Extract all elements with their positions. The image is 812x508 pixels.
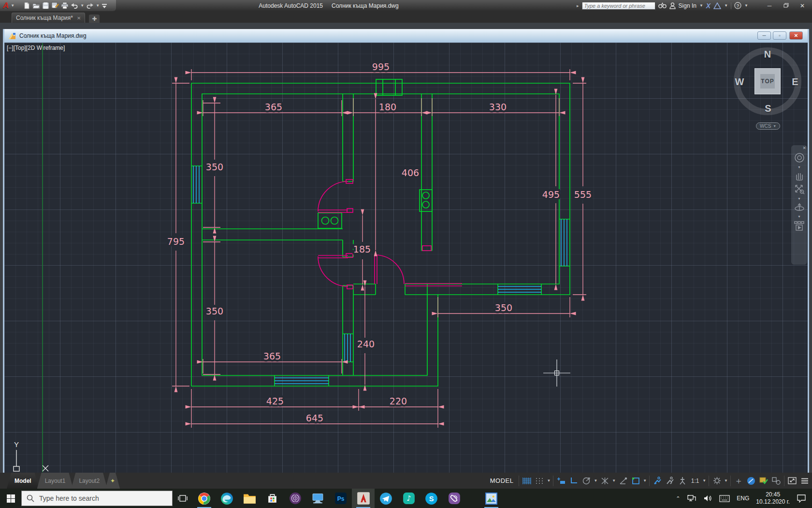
taskbar-edge-icon[interactable] [216, 489, 238, 508]
zoom-extents-icon[interactable] [794, 183, 805, 195]
polar-tracking-icon[interactable] [580, 475, 593, 487]
taskbar-skype-icon[interactable]: S [420, 489, 443, 508]
a360-caret-icon[interactable]: ▼ [724, 3, 728, 8]
search-binoculars-icon[interactable] [658, 2, 667, 9]
undo-caret-icon[interactable]: ▼ [80, 3, 84, 8]
navbar-close-icon[interactable]: ✕ [802, 146, 806, 150]
logo-menu-caret-icon[interactable]: ▼ [11, 3, 14, 8]
save-as-icon[interactable] [51, 2, 59, 9]
app-minimize-button[interactable]: ─ [763, 2, 776, 9]
doc-minimize-button[interactable]: ─ [757, 31, 771, 40]
volume-icon[interactable] [703, 494, 712, 502]
autocad-logo-icon[interactable]: A [3, 1, 9, 10]
viewcube-east[interactable]: E [792, 76, 798, 88]
tab-layout2[interactable]: Layout2 [71, 473, 107, 489]
taskbar-viber-icon[interactable] [443, 489, 465, 508]
viewcube-west[interactable]: W [735, 76, 744, 88]
annotation-monitor-icon[interactable] [770, 475, 783, 487]
language-indicator[interactable]: ENG [737, 495, 749, 502]
app-close-button[interactable]: ✕ [796, 2, 809, 9]
tab-model[interactable]: Model [7, 473, 39, 489]
isodraft-caret-icon[interactable]: ▼ [611, 478, 617, 483]
new-layout-button[interactable]: ✦ [105, 473, 120, 489]
plot-icon[interactable] [61, 2, 69, 9]
taskbar-file-explorer-icon[interactable] [238, 489, 261, 508]
signin-label[interactable]: Sign In [679, 2, 696, 9]
tray-expand-icon[interactable]: ⌃ [676, 495, 680, 502]
taskbar-this-pc-icon[interactable] [306, 489, 329, 508]
autoscale-annotations-icon[interactable] [664, 475, 676, 487]
taskbar-photos-icon[interactable] [480, 489, 503, 508]
touch-keyboard-icon[interactable] [719, 495, 730, 502]
app-restore-button[interactable] [779, 2, 793, 9]
grid-display-icon[interactable] [521, 475, 533, 487]
dynamic-input-icon[interactable] [555, 475, 567, 487]
viewcube-north[interactable]: N [764, 49, 771, 60]
infocenter-arrow-icon[interactable]: ▸ [577, 3, 579, 8]
signin-person-icon[interactable] [669, 2, 676, 9]
redo-icon[interactable] [86, 2, 94, 9]
viewcube-south[interactable]: S [765, 103, 771, 114]
help-caret-icon[interactable]: ▼ [744, 3, 748, 8]
open-file-icon[interactable] [32, 2, 40, 9]
annotation-scale-value[interactable]: 1:1 [689, 475, 701, 487]
file-tab-active[interactable]: Солник къща Мария* ✕ [12, 13, 85, 23]
qat-customize-icon[interactable] [102, 3, 107, 9]
isolate-objects-icon[interactable]: ＋ [732, 475, 745, 487]
tab-layout1[interactable]: Layout1 [37, 473, 73, 489]
annotation-scale-sync-icon[interactable] [676, 475, 689, 487]
taskbar-store-icon[interactable] [261, 489, 284, 508]
action-center-icon[interactable] [797, 494, 806, 503]
new-file-icon[interactable] [23, 2, 30, 9]
taskbar-chrome-icon[interactable] [193, 489, 216, 508]
navigation-wheel-icon[interactable] [794, 152, 805, 164]
snap-mode-icon[interactable] [533, 475, 546, 487]
isometric-drafting-icon[interactable] [598, 475, 611, 487]
osnap-caret-icon[interactable]: ▼ [642, 478, 648, 483]
pan-hand-icon[interactable] [794, 171, 805, 181]
network-icon[interactable] [687, 494, 696, 502]
doc-restore-button[interactable]: ▫ [773, 31, 786, 40]
save-icon[interactable] [42, 2, 49, 9]
drawing-canvas[interactable]: [−][Top][2D Wireframe] [4, 43, 808, 473]
model-space-toggle[interactable]: MODEL [486, 477, 518, 484]
showmotion-icon[interactable] [794, 220, 805, 232]
redo-caret-icon[interactable]: ▼ [96, 3, 100, 8]
doc-close-button[interactable]: ✕ [789, 31, 803, 40]
annotation-scale-caret-icon[interactable]: ▼ [701, 478, 707, 483]
customization-menu-icon[interactable] [798, 475, 811, 487]
signin-caret-icon[interactable]: ▼ [699, 3, 703, 8]
a360-icon[interactable] [713, 2, 721, 9]
workspace-caret-icon[interactable]: ▼ [723, 478, 729, 483]
orbit-caret-icon[interactable]: ▼ [798, 215, 801, 218]
object-snap-tracking-icon[interactable] [617, 475, 629, 487]
taskbar-clock[interactable]: 20:45 10.12.2020 г. [756, 491, 790, 506]
orbit-icon[interactable] [794, 202, 805, 213]
wcs-menu[interactable]: WCS▼ [756, 122, 780, 130]
taskbar-tor-icon[interactable] [284, 489, 306, 508]
drawing-window-titlebar[interactable]: Солник къща Мария.dwg ─ ▫ ✕ [4, 29, 808, 43]
taskbar-photoshop-icon[interactable]: Ps [329, 489, 352, 508]
undo-icon[interactable] [71, 2, 78, 9]
hardware-acceleration-icon[interactable] [757, 475, 770, 487]
taskbar-autocad-icon[interactable] [352, 489, 375, 508]
polar-caret-icon[interactable]: ▼ [593, 478, 598, 483]
taskbar-telegram-icon[interactable] [375, 489, 397, 508]
ortho-mode-icon[interactable] [567, 475, 580, 487]
start-button[interactable] [0, 489, 21, 508]
annotation-visibility-icon[interactable] [651, 475, 664, 487]
taskbar-search[interactable]: Type here to search [21, 491, 173, 506]
task-view-button[interactable] [173, 489, 193, 508]
wheel-caret-icon[interactable]: ▼ [798, 165, 801, 169]
object-snap-icon[interactable] [629, 475, 642, 487]
snap-caret-icon[interactable]: ▼ [546, 478, 551, 483]
viewcube-top-face[interactable]: TOP [754, 68, 781, 94]
file-tab-close-icon[interactable]: ✕ [77, 15, 81, 21]
infocenter-search-input[interactable] [582, 2, 655, 10]
graphics-performance-icon[interactable] [745, 475, 757, 487]
clean-screen-icon[interactable] [786, 475, 798, 487]
taskbar-music-icon[interactable]: ♪ [397, 489, 420, 508]
new-drawing-tab-button[interactable]: ✚ [89, 15, 100, 23]
exchange-apps-icon[interactable]: X [706, 2, 710, 10]
workspace-gear-icon[interactable] [710, 475, 723, 487]
